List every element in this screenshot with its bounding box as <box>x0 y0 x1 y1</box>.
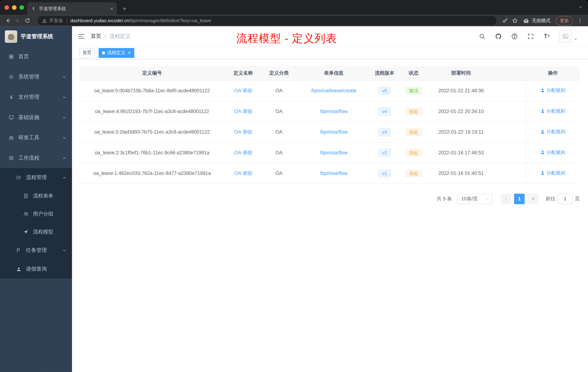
version-cell: v3 <box>371 121 398 142</box>
definition-id-cell: oa_leave:4:991f2193-7b7f-11ec-a3c8-acde4… <box>79 101 225 121</box>
user-icon <box>541 130 545 134</box>
definition-name-link[interactable]: OA 请假 <box>234 150 252 155</box>
omnibox-separator <box>67 18 67 23</box>
col-header-form: 表单信息 <box>296 66 371 80</box>
fullscreen-icon[interactable] <box>527 33 534 40</box>
breadcrumb-home-link[interactable]: 首页 <box>91 33 101 40</box>
form-info-cell: /bpm/oa/flow <box>296 121 371 142</box>
status-cell: 挂起 <box>398 142 429 163</box>
back-button[interactable] <box>3 16 13 26</box>
paper-plane-icon <box>23 229 29 235</box>
definition-table: 定义编号定义名称定义分类表单信息流程版本状态部署时间操作 oa_leave:5:… <box>79 66 580 184</box>
reload-button[interactable] <box>22 16 32 26</box>
security-label: 不安全 <box>49 17 63 24</box>
browser-menu-icon[interactable] <box>575 16 585 26</box>
browser-tab[interactable]: 芋道管理系统 × <box>27 2 117 15</box>
prev-page-button[interactable] <box>501 194 511 204</box>
tag-close-icon[interactable]: × <box>128 50 131 55</box>
assign-rule-link[interactable]: 分配规则 <box>541 170 565 176</box>
col-header-name: 定义名称 <box>225 66 262 80</box>
assign-rule-link[interactable]: 分配规则 <box>541 108 565 114</box>
sidebar-item-system[interactable]: 系统管理 <box>0 67 72 87</box>
form-info-link[interactable]: /bpm/oa/flow <box>320 150 348 155</box>
sidebar-item-infra[interactable]: 基础设施 <box>0 107 72 128</box>
assign-rule-link[interactable]: 分配规则 <box>541 87 565 94</box>
filler-cell <box>493 121 526 142</box>
minimize-window-button[interactable] <box>12 5 17 10</box>
filler-cell <box>493 163 526 184</box>
sidebar-item-process-manage[interactable]: 流程管理 <box>0 168 72 187</box>
chevron-down-icon <box>62 95 67 99</box>
definition-name-cell: OA 请假 <box>225 163 262 184</box>
next-page-button[interactable] <box>528 194 538 204</box>
page-number-button[interactable]: 1 <box>514 194 525 204</box>
tools-icon <box>8 135 14 141</box>
definition-category-cell: OA <box>262 142 297 163</box>
password-key-icon[interactable] <box>500 16 510 26</box>
logo-title: 芋道管理系统 <box>21 33 53 40</box>
sidebar-item-home[interactable]: 首页 <box>0 47 72 67</box>
form-info-cell: /bpm/oa/flow <box>296 163 371 184</box>
status-cell: 挂起 <box>398 101 429 121</box>
help-question-icon[interactable] <box>511 33 518 40</box>
select-caret-down-icon <box>486 197 489 201</box>
page-content: 定义编号定义名称定义分类表单信息流程版本状态部署时间操作 oa_leave:5:… <box>72 59 588 372</box>
form-info-cell: /bpm/oa/flow <box>296 142 371 163</box>
goto-unit: 页 <box>575 196 580 202</box>
definition-name-link[interactable]: OA 请假 <box>234 88 252 93</box>
sidebar-item-label: 流程管理 <box>26 174 62 181</box>
definition-name-cell: OA 请假 <box>225 142 262 163</box>
definition-name-cell: OA 请假 <box>225 101 262 121</box>
sidebar-item-process-model[interactable]: 流程模型 <box>0 223 72 241</box>
form-icon <box>23 193 29 198</box>
tab-close-icon[interactable]: × <box>110 6 113 11</box>
sidebar-item-user-group[interactable]: 用户分组 <box>0 205 72 223</box>
assign-rule-label: 分配规则 <box>546 170 565 176</box>
sidebar-item-label: 请假查询 <box>26 266 67 273</box>
bookmark-star-icon[interactable] <box>510 16 520 26</box>
font-size-icon[interactable]: TT <box>543 33 551 40</box>
pagination-total: 共 5 条 <box>437 196 452 202</box>
sidebar-item-process-form[interactable]: 流程表单 <box>0 187 72 205</box>
sidebar-item-leave-query[interactable]: 请假查询 <box>0 260 72 278</box>
assign-rule-link[interactable]: 分配规则 <box>541 129 565 135</box>
tags-view: 首页 流程定义 × <box>72 47 588 59</box>
search-icon[interactable] <box>479 33 486 40</box>
new-tab-button[interactable]: + <box>119 3 130 14</box>
assign-rule-link[interactable]: 分配规则 <box>541 149 565 156</box>
tag-process-definition[interactable]: 流程定义 × <box>99 48 134 58</box>
incognito-icon <box>523 17 529 24</box>
forward-button[interactable] <box>13 16 22 26</box>
goto-page-input[interactable] <box>558 194 573 204</box>
definition-category-cell: OA <box>262 121 297 142</box>
definition-category-cell: OA <box>262 101 297 121</box>
form-info-cell: /bpm/oa/flow <box>296 101 371 121</box>
security-warning-icon <box>42 18 47 23</box>
form-info-link[interactable]: /bpm/oa/flow <box>320 170 348 176</box>
form-info-link[interactable]: /bpm/oa/leave/create <box>311 88 356 94</box>
github-icon[interactable] <box>494 33 502 40</box>
sidebar-toggle-hamburger-icon[interactable] <box>78 33 85 40</box>
page-size-select[interactable]: 10条/页 <box>457 194 492 204</box>
col-header-status: 状态 <box>398 66 429 80</box>
definition-name-link[interactable]: OA 请假 <box>234 108 252 114</box>
zoom-window-button[interactable] <box>20 5 24 10</box>
user-avatar-dropdown[interactable] <box>559 30 578 43</box>
sidebar-item-task-manage[interactable]: 任务管理 <box>0 241 72 260</box>
sidebar-item-workflow[interactable]: 工作流程 <box>0 148 72 168</box>
status-badge: 挂起 <box>405 128 422 136</box>
sidebar-item-payment[interactable]: ¥支付管理 <box>0 87 72 107</box>
address-bar[interactable]: 不安全 dashboard.yudao.iocoder.cn /bpm/mana… <box>37 16 496 25</box>
tab-search-chevron-icon[interactable] <box>578 5 583 10</box>
form-info-link[interactable]: /bpm/oa/flow <box>320 129 348 135</box>
tag-active-label: 流程定义 <box>107 50 125 56</box>
sidebar-item-devtools[interactable]: 研发工具 <box>0 128 72 148</box>
definition-name-link[interactable]: OA 请假 <box>234 170 252 176</box>
close-window-button[interactable] <box>5 5 9 10</box>
definition-name-link[interactable]: OA 请假 <box>234 129 252 134</box>
filler-cell <box>493 80 526 101</box>
tag-home[interactable]: 首页 <box>79 48 95 58</box>
person-icon <box>16 266 22 272</box>
form-info-link[interactable]: /bpm/oa/flow <box>320 109 348 114</box>
chrome-update-button[interactable]: 更新 <box>556 16 573 25</box>
